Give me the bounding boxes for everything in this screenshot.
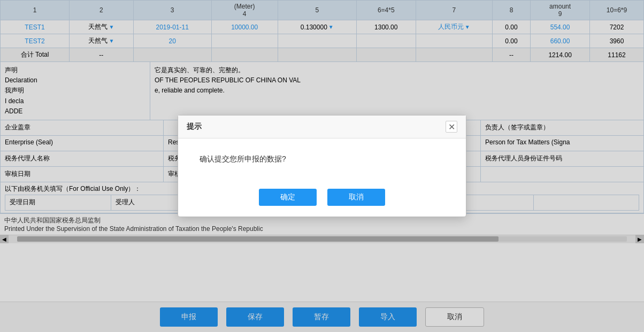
modal-footer: 确定 取消	[178, 180, 466, 217]
modal-header: 提示 ✕	[178, 115, 466, 138]
modal-confirm-button[interactable]: 确定	[259, 189, 317, 206]
modal-body: 确认提交您所申报的数据?	[178, 138, 466, 180]
modal-overlay: 提示 ✕ 确认提交您所申报的数据? 确定 取消	[0, 0, 644, 332]
modal-title: 提示	[187, 122, 202, 132]
modal-close-button[interactable]: ✕	[446, 121, 457, 133]
modal-cancel-button[interactable]: 取消	[327, 189, 385, 206]
modal-dialog: 提示 ✕ 确认提交您所申报的数据? 确定 取消	[178, 115, 466, 217]
modal-message: 确认提交您所申报的数据?	[200, 155, 286, 163]
main-container: 1 2 3 (Meter)4 5 6=4*5 7 8 amount9 10=6*…	[0, 0, 644, 332]
